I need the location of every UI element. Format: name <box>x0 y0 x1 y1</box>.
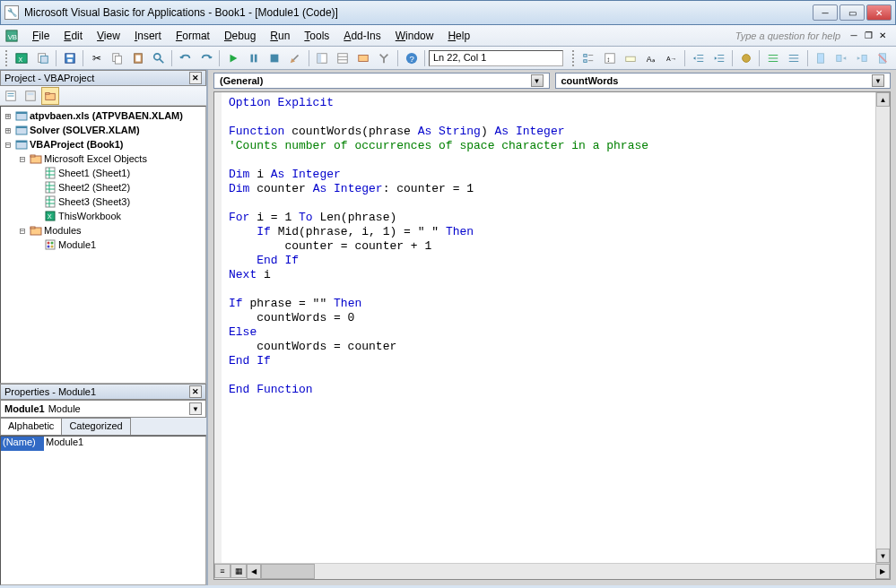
tree-item[interactable]: ⊟Microsoft Excel Objects <box>3 151 204 166</box>
help-search[interactable]: Type a question for help <box>728 30 848 41</box>
run-button[interactable] <box>223 48 242 68</box>
properties-window-button[interactable] <box>334 48 352 68</box>
svg-rect-84 <box>30 227 35 229</box>
cursor-position: Ln 22, Col 1 <box>429 50 563 66</box>
project-explorer-button[interactable] <box>313 48 332 68</box>
menu-debug[interactable]: Debug <box>217 28 263 44</box>
svg-rect-49 <box>818 53 824 63</box>
properties-panel-close[interactable]: ✕ <box>189 385 202 398</box>
object-combo[interactable]: (General) ▼ <box>213 73 550 89</box>
copy-button[interactable] <box>108 48 126 68</box>
menu-help[interactable]: Help <box>440 28 477 44</box>
project-tree[interactable]: ⊞atpvbaen.xls (ATPVBAEN.XLAM)⊞Solver (SO… <box>0 106 206 384</box>
mdi-close[interactable]: ✕ <box>876 30 889 42</box>
svg-rect-58 <box>28 92 34 95</box>
object-browser-button[interactable] <box>354 48 373 68</box>
close-button[interactable]: ✕ <box>866 4 892 21</box>
toggle-folders-button[interactable] <box>41 87 59 105</box>
project-panel-close[interactable]: ✕ <box>189 72 202 84</box>
vertical-scrollbar[interactable]: ▲ ▼ <box>875 92 890 563</box>
view-excel-button[interactable]: X <box>13 48 31 68</box>
titlebar[interactable]: 🔧 Microsoft Visual Basic for Application… <box>0 0 896 25</box>
help-button[interactable]: ? <box>402 48 421 68</box>
cut-button[interactable]: ✂ <box>87 48 106 68</box>
svg-rect-33 <box>625 56 635 61</box>
scroll-right-button[interactable]: ▶ <box>875 564 890 579</box>
svg-rect-66 <box>16 141 27 143</box>
properties-object-combo[interactable]: Module1 Module ▼ <box>0 400 206 418</box>
tree-item[interactable]: ⊞Solver (SOLVER.XLAM) <box>3 123 204 137</box>
tree-item[interactable]: Sheet1 (Sheet1) <box>3 166 204 180</box>
design-mode-button[interactable] <box>286 48 305 68</box>
complete-word-button[interactable]: A→ <box>662 48 681 68</box>
mdi-restore[interactable]: ❐ <box>862 30 874 42</box>
outdent-button[interactable] <box>709 48 728 68</box>
find-button[interactable] <box>149 48 168 68</box>
svg-text:?: ? <box>409 53 413 63</box>
menu-add-ins[interactable]: Add-Ins <box>336 28 387 44</box>
toolbox-button[interactable] <box>375 48 394 68</box>
tab-categorized[interactable]: Categorized <box>61 418 130 435</box>
next-bookmark-button[interactable] <box>832 48 851 68</box>
menu-view[interactable]: View <box>90 28 127 44</box>
full-module-view-button[interactable]: ▦ <box>231 564 247 578</box>
svg-rect-17 <box>271 54 279 62</box>
maximize-button[interactable]: ▭ <box>839 4 865 21</box>
menu-format[interactable]: Format <box>169 28 217 44</box>
scroll-down-button[interactable]: ▼ <box>876 549 890 563</box>
uncomment-block-button[interactable] <box>784 48 803 68</box>
procedure-view-button[interactable]: ≡ <box>214 564 231 578</box>
tree-item[interactable]: ⊟VBAProject (Book1) <box>3 137 204 151</box>
scroll-up-button[interactable]: ▲ <box>876 92 890 107</box>
mdi-minimize[interactable]: ─ <box>848 30 860 42</box>
menu-window[interactable]: Window <box>388 28 441 44</box>
horizontal-scrollbar[interactable]: ◀ ▶ <box>247 564 890 579</box>
tree-item[interactable]: Sheet3 (Sheet3) <box>3 195 204 209</box>
minimize-button[interactable]: ─ <box>813 4 838 21</box>
comment-block-button[interactable] <box>763 48 782 68</box>
reset-button[interactable] <box>265 48 284 68</box>
property-row[interactable]: (Name)Module1 <box>1 437 205 451</box>
toggle-breakpoint-button[interactable] <box>736 48 755 68</box>
tree-item[interactable]: ⊞atpvbaen.xls (ATPVBAEN.XLAM) <box>3 108 204 123</box>
list-constants-button[interactable]: ↕ <box>600 48 619 68</box>
proj-icon <box>15 124 28 136</box>
scroll-thumb[interactable] <box>261 564 315 579</box>
tree-item[interactable]: Sheet2 (Sheet2) <box>3 180 204 195</box>
view-code-button[interactable] <box>2 87 20 105</box>
undo-button[interactable] <box>176 48 195 68</box>
insert-module-button[interactable] <box>33 48 52 68</box>
menu-run[interactable]: Run <box>263 28 297 44</box>
view-object-button[interactable] <box>22 87 39 105</box>
tree-item[interactable]: ⊟Modules <box>3 223 204 238</box>
code-editor[interactable]: Option Explicit Function countWords(phra… <box>214 92 890 563</box>
menu-edit[interactable]: Edit <box>57 28 90 44</box>
svg-text:A→: A→ <box>666 55 677 61</box>
save-button[interactable] <box>60 48 79 68</box>
menubar: VB FileEditViewInsertFormatDebugRunTools… <box>0 25 896 47</box>
clear-bookmarks-button[interactable] <box>874 48 892 68</box>
break-button[interactable] <box>245 48 264 68</box>
toggle-bookmark-button[interactable] <box>812 48 831 68</box>
menu-file[interactable]: File <box>25 28 57 44</box>
paste-button[interactable] <box>128 48 147 68</box>
procedure-combo[interactable]: countWords ▼ <box>555 73 892 89</box>
prev-bookmark-button[interactable] <box>853 48 872 68</box>
tree-item[interactable]: XThisWorkbook <box>3 209 204 223</box>
svg-rect-60 <box>46 92 49 94</box>
redo-button[interactable] <box>196 48 215 68</box>
parameter-info-button[interactable]: Aₐ <box>641 48 660 68</box>
tree-item[interactable]: Module1 <box>3 238 204 252</box>
quick-info-button[interactable] <box>621 48 639 68</box>
svg-rect-16 <box>255 54 257 62</box>
folder-icon <box>30 152 42 165</box>
menu-insert[interactable]: Insert <box>127 28 169 44</box>
properties-grid[interactable]: (Name)Module1 <box>0 436 206 585</box>
menu-tools[interactable]: Tools <box>297 28 336 44</box>
scroll-left-button[interactable]: ◀ <box>247 564 261 579</box>
tab-alphabetic[interactable]: Alphabetic <box>0 418 62 435</box>
list-properties-button[interactable] <box>579 48 598 68</box>
svg-point-13 <box>154 53 161 59</box>
svg-point-42 <box>743 54 751 62</box>
indent-button[interactable] <box>689 48 708 68</box>
